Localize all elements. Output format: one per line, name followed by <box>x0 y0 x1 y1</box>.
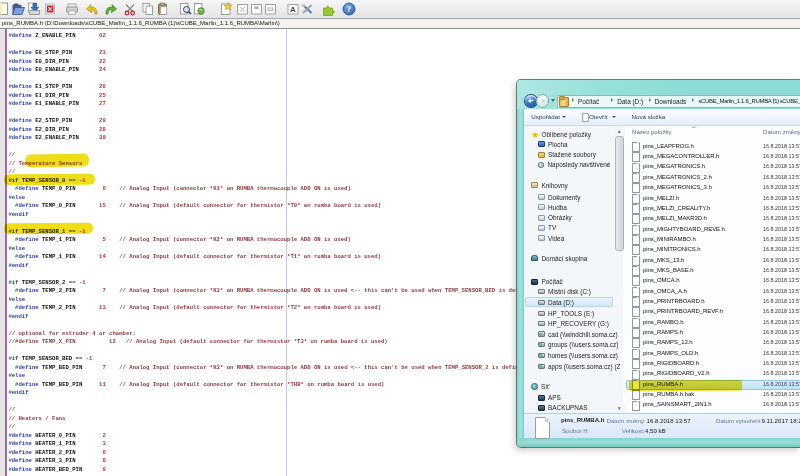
svg-text:A: A <box>290 5 296 14</box>
svg-text:?: ? <box>347 4 352 14</box>
